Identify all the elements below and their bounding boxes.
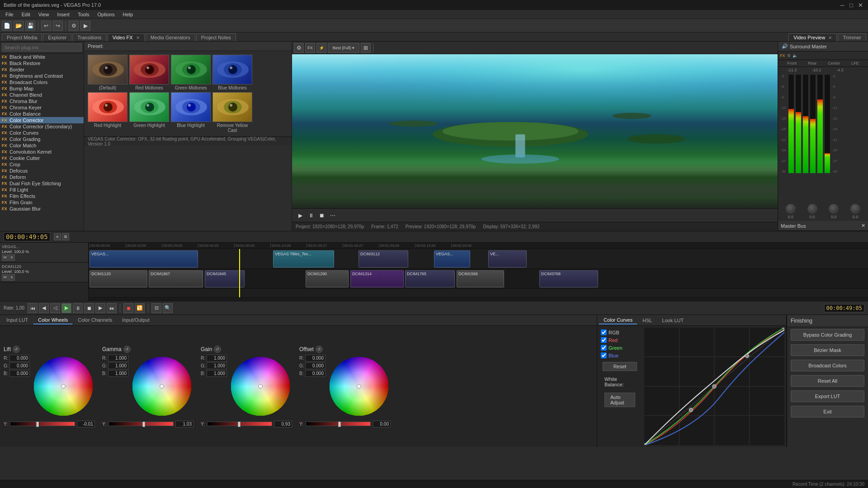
tab-explorer[interactable]: Explorer <box>43 33 71 41</box>
plugin-fill-light[interactable]: FXFill Light <box>0 187 84 193</box>
plugin-crop[interactable]: FXCrop <box>0 161 84 168</box>
search-input[interactable] <box>2 43 82 52</box>
preset-blue-highlight[interactable]: Blue Highlight <box>171 92 211 133</box>
tab-preview-close[interactable]: ✕ <box>828 35 832 40</box>
clip-dcim1314[interactable]: DCIM1314 <box>350 270 404 287</box>
pause-transport[interactable]: ⏸ <box>73 303 83 313</box>
minimize-button[interactable]: ─ <box>838 1 846 9</box>
ctrl-pt-3[interactable] <box>745 354 749 357</box>
play-reverse[interactable]: ◁ <box>50 303 60 313</box>
preview-fx-btn[interactable]: FX <box>305 43 315 53</box>
curves-tab-look-lut[interactable]: Look LUT <box>658 317 689 324</box>
plugin-dual-fish-eye[interactable]: FXDual Fish Eye Stitching <box>0 180 84 187</box>
loop-btn[interactable]: 🔁 <box>135 303 145 313</box>
gamma-b-input[interactable] <box>108 370 128 377</box>
close-button[interactable]: ✕ <box>856 1 864 9</box>
snap-btn[interactable]: ⊟ <box>151 303 161 313</box>
menu-insert[interactable]: Insert <box>53 11 73 18</box>
checkbox-rgb[interactable] <box>601 329 607 335</box>
plugin-deform[interactable]: FXDeform <box>0 174 84 180</box>
gamma-y-input[interactable] <box>175 421 193 427</box>
preview-bestfull-btn[interactable]: Best (Full) ▾ <box>328 43 359 53</box>
step-back[interactable]: ◀ <box>39 303 49 313</box>
preset-remove-yellow[interactable]: Remove Yellow Cast <box>212 92 252 133</box>
plugin-channel-blend[interactable]: FXChannel Blend <box>0 92 84 98</box>
export-lut-btn[interactable]: Export LUT <box>791 390 864 402</box>
knob-4[interactable] <box>850 204 860 214</box>
pause-button[interactable]: ⏸ <box>307 211 316 220</box>
curves-tab-hsl[interactable]: HSL <box>638 317 656 324</box>
bypass-color-grading-btn[interactable]: Bypass Color Grading <box>791 329 864 341</box>
clip-dcim1845[interactable]: DCIM1845 <box>205 270 245 287</box>
plugin-cookie-cutter[interactable]: FXCookie Cutter <box>0 155 84 161</box>
offset-y-slider[interactable] <box>306 422 371 426</box>
gamma-r-input[interactable] <box>108 355 128 361</box>
knob-3[interactable] <box>829 204 839 214</box>
plugin-bump-map[interactable]: FXBump Map <box>0 85 84 92</box>
master-bus-close[interactable]: ✕ <box>861 223 865 229</box>
maximize-button[interactable]: □ <box>847 1 855 9</box>
play-button[interactable]: ▶ <box>296 211 305 220</box>
checkbox-blue[interactable] <box>601 352 607 358</box>
render-button[interactable]: ▶ <box>80 21 90 31</box>
lift-r-input[interactable] <box>9 355 30 361</box>
tab-media-generators[interactable]: Media Generators <box>146 33 195 41</box>
plugin-border[interactable]: FXBorder <box>0 66 84 73</box>
plugin-color-grading[interactable]: FXColor Grading <box>0 136 84 142</box>
menu-file[interactable]: File <box>2 11 17 18</box>
loop-button[interactable]: ⋯ <box>328 211 337 220</box>
undo-button[interactable]: ↩ <box>41 21 51 31</box>
track1-mute[interactable]: M <box>2 254 8 261</box>
exit-btn[interactable]: Exit <box>791 406 864 418</box>
knob-1[interactable] <box>786 204 796 214</box>
menu-tools[interactable]: Tools <box>74 11 93 18</box>
clip-vegas-titles[interactable]: VEGAS Titles_Tex... <box>273 250 334 267</box>
preview-grid-btn[interactable]: ⊞ <box>361 43 371 53</box>
lift-b-input[interactable] <box>9 370 30 377</box>
plugin-chroma-keyer[interactable]: FXChroma Keyer <box>0 104 84 111</box>
plugin-film-effects[interactable]: FXFilm Effects <box>0 193 84 199</box>
lift-y-input[interactable] <box>77 421 95 427</box>
gamma-y-slider[interactable] <box>108 422 174 426</box>
clip-dcim1867[interactable]: DCIM1867 <box>149 270 203 287</box>
open-button[interactable]: 📂 <box>14 21 24 31</box>
clip-dcim3112[interactable]: DCIM3112 <box>359 250 408 267</box>
color-tab-wheels[interactable]: Color Wheels <box>33 316 72 324</box>
track2-solo[interactable]: S <box>9 274 15 281</box>
tab-trimmer[interactable]: Trimmer <box>838 33 866 41</box>
broadcast-colors-btn[interactable]: Broadcast Colors <box>791 360 864 371</box>
timeline-auto-ripple[interactable]: ≡ <box>54 233 61 240</box>
offset-b-input[interactable] <box>305 370 326 377</box>
menu-edit[interactable]: Edit <box>18 11 34 18</box>
wheel-lift-reset[interactable]: ↺ <box>13 346 20 353</box>
auto-adjust-btn[interactable]: Auto Adjust <box>604 393 635 407</box>
preset-red-highlight[interactable]: Red Highlight <box>88 92 127 133</box>
plugin-color-match[interactable]: FXColor Match <box>0 142 84 149</box>
tab-transitions[interactable]: Transitions <box>72 33 106 41</box>
timeline-settings[interactable]: ⚙ <box>62 233 69 240</box>
gain-g-input[interactable] <box>207 362 227 369</box>
redo-button[interactable]: ↪ <box>53 21 63 31</box>
lift-y-slider[interactable] <box>10 422 75 426</box>
offset-g-input[interactable] <box>305 362 326 369</box>
tab-project-media[interactable]: Project Media <box>2 33 42 41</box>
clip-dcim1765[interactable]: DCIM1765 <box>405 270 455 287</box>
wheel-gain-reset[interactable]: ↺ <box>214 346 221 353</box>
clip-vegas-2[interactable]: VEGAS... <box>434 250 470 267</box>
stop-transport[interactable]: ⏹ <box>84 303 94 313</box>
clip-dcim1120[interactable]: DCIM1120 <box>90 270 147 287</box>
plugin-defocus[interactable]: FXDefocus <box>0 168 84 174</box>
plugin-color-corrector[interactable]: FXColor Corrector <box>0 117 84 123</box>
wheel-offset-reset[interactable]: ↺ <box>316 346 323 353</box>
tab-project-notes[interactable]: Project Notes <box>196 33 236 41</box>
plugin-color-balance[interactable]: FXColor Balance <box>0 111 84 117</box>
step-fwd[interactable]: ▶ <box>95 303 105 313</box>
color-tab-input-lut[interactable]: Input LUT <box>2 316 33 324</box>
settings-button[interactable]: ⚙ <box>69 21 79 31</box>
menu-options[interactable]: Options <box>94 11 118 18</box>
gain-y-slider[interactable] <box>207 422 272 426</box>
color-tab-channels[interactable]: Color Channels <box>73 316 117 324</box>
color-tab-input-output[interactable]: Input/Output <box>118 316 154 324</box>
menu-view[interactable]: View <box>35 11 53 18</box>
wheel-gamma-reset[interactable]: ↺ <box>123 346 131 353</box>
